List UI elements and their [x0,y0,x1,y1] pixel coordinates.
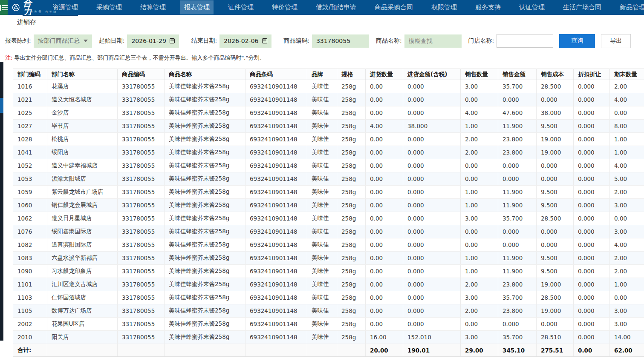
table-cell: 6932410901148 [245,331,307,344]
table-cell: 5.00 [610,172,644,186]
table-cell: 美味佳蜂蜜芥末酱258g [165,186,245,199]
table-row: 1103仁怀国酒城店331780055美味佳蜂蜜芥末酱258g693241090… [13,291,644,304]
scrollbar-thumb[interactable] [0,98,3,113]
table-cell: 0.00 [366,146,403,159]
table-cell: 0.00 [366,80,403,93]
total-cell: 0.00 [574,344,610,357]
table-cell: 美味佳 [307,278,337,291]
nav-item-report[interactable]: 报表管理 [180,0,214,14]
table-cell: 6932410901148 [245,265,307,278]
table-cell: 美味佳蜂蜜芥末酱258g [165,133,245,146]
table-cell: 258g [337,331,366,344]
table-cell: 3.00 [461,291,498,304]
brand-slogan: 合为贵 力无限 [30,10,58,14]
report-type-select[interactable]: 按部门商品汇总 [34,34,92,48]
table-cell: 0.00 [366,291,403,304]
table-cell: 6932410901148 [245,186,307,199]
table-cell: 2002 [13,318,47,331]
table-cell: 9.500 [537,265,574,278]
start-date-field[interactable]: 2026-01-29 [127,34,179,48]
nav-item-purchase-contract[interactable]: 商品采购合同 [371,0,417,14]
table-cell: 0.000 [403,318,461,331]
table-cell: 0.00 [461,225,498,238]
table-cell: 331780055 [118,304,165,318]
table-cell: 阳关店 [47,331,118,344]
table-cell: 0.000 [403,238,461,252]
table-cell: 美味佳蜂蜜芥末酱258g [165,172,245,186]
chevron-down-icon [84,40,88,42]
table-cell: 0.000 [574,212,610,225]
table-cell: 0.000 [403,93,461,106]
table-row: 1041绥阳店331780055美味佳蜂蜜芥末酱258g693241090114… [13,146,644,159]
table-cell: 0.00 [366,278,403,291]
table-cell: 0.000 [537,318,574,331]
table-cell: 美味佳蜂蜜芥末酱258g [165,291,245,304]
nav-item-special-price[interactable]: 特价管理 [268,0,301,14]
nav-item-loan-presettle[interactable]: 借款/预结申请 [312,0,360,14]
table-row: 1025金沙店331780055美味佳蜂蜜芥末酱258g693241090114… [13,106,644,120]
nav-item-new-product[interactable]: 新品管理 [616,0,644,14]
table-cell: 美味佳 [307,318,337,331]
nav-items: 资源管理 采购管理 结算管理 报表管理 证件管理 特价管理 借款/预结申请 商品… [49,0,644,15]
table-cell: 0.000 [498,318,537,331]
table-cell: 1041 [13,146,47,159]
table-cell: 0.000 [403,304,461,318]
table-cell: 0.000 [574,146,610,159]
table-cell: 美味佳 [307,80,337,93]
table-cell: 0.000 [403,265,461,278]
product-name-input[interactable] [404,34,462,48]
table-cell: 1083 [13,252,47,265]
table-cell: 1060 [13,199,47,212]
table-cell: 28.500 [537,291,574,304]
nav-item-certification[interactable]: 认证管理 [515,0,549,14]
nav-item-purchase[interactable]: 采购管理 [92,0,126,14]
export-button[interactable]: 导出 [601,34,631,48]
table-cell: 35.700 [498,212,537,225]
table-cell: 0.000 [403,225,461,238]
table-cell: 2.00 [461,146,498,159]
table-cell: 美味佳 [307,331,337,344]
table-cell: 0.000 [574,80,610,93]
query-button[interactable]: 查询 [559,34,595,48]
start-date-value: 2026-01-29 [131,37,166,44]
table-cell: 0.000 [537,159,574,172]
table-cell: 0.00 [366,265,403,278]
end-date-value: 2026-02-06 [224,37,258,44]
table-cell: 1.00 [461,252,498,265]
table-cell: 19.000 [537,146,574,159]
nav-item-permission[interactable]: 权限管理 [427,0,461,14]
total-cell [307,344,337,357]
table-cell: 绥阳鑫港国际店 [47,225,118,238]
table-cell: 0.000 [574,252,610,265]
table-cell: 1076 [13,225,47,238]
product-name-label: 商品名称: [376,37,402,45]
table-cell: 6932410901148 [245,291,307,304]
table-cell: 0.00 [366,318,403,331]
sidebar-toggle-button[interactable] [0,0,8,15]
table-cell: 331780055 [118,172,165,186]
table-cell: 0.00 [366,225,403,238]
table-cell: 美味佳 [307,252,337,265]
table-cell: 331780055 [118,212,165,225]
table-cell: 6932410901148 [245,93,307,106]
nav-item-certificate[interactable]: 证件管理 [224,0,257,14]
col-brand: 品牌 [307,69,337,80]
table-cell: 0.000 [498,172,537,186]
product-code-input[interactable] [312,34,369,48]
table-cell: 0.000 [574,318,610,331]
nav-item-service-support[interactable]: 服务支持 [471,0,505,14]
end-date-field[interactable]: 2026-02-06 [219,34,271,48]
nav-item-settlement[interactable]: 结算管理 [136,0,170,14]
table-cell: 美味佳蜂蜜芥末酱258g [165,318,245,331]
table-cell: 美味佳 [307,93,337,106]
table-cell: 美味佳 [307,304,337,318]
store-name-input[interactable] [497,34,553,48]
table-row: 1062遵义日月星城店331780055美味佳蜂蜜芥末酱258g69324109… [13,212,644,225]
col-sales-amount: 销售金额 [498,69,537,80]
table-cell: 道真滨阳国际店 [47,238,118,252]
table-cell: 258g [337,159,366,172]
table-cell: 0.000 [498,93,537,106]
table-cell: 3.00 [461,212,498,225]
nav-item-life-plaza-contract[interactable]: 生活广场合同 [559,0,605,14]
tab-purchase-sale-inventory[interactable]: 进销存 [17,18,36,26]
